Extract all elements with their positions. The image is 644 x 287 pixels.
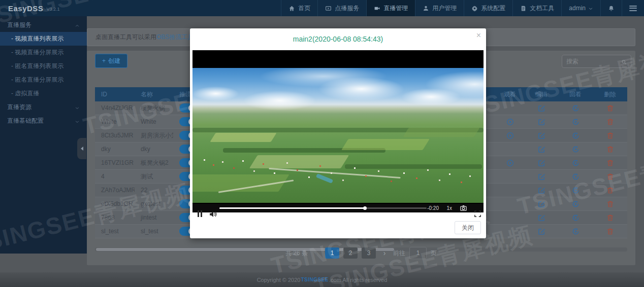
cell-delete xyxy=(593,225,627,238)
replay-icon[interactable] xyxy=(572,118,579,126)
sidebar-item[interactable]: - 虚拟直播 xyxy=(0,87,87,100)
replay-icon[interactable] xyxy=(572,104,579,112)
sidebar-section[interactable]: 直播服务 xyxy=(0,18,87,32)
cell-id: 4 xyxy=(95,170,135,183)
play-circle-icon[interactable] xyxy=(506,159,514,167)
search-icon[interactable] xyxy=(621,58,627,65)
trash-icon[interactable] xyxy=(606,118,614,126)
nav-item[interactable]: 文档工具 xyxy=(512,0,561,16)
trash-icon[interactable] xyxy=(606,159,614,167)
edit-icon[interactable] xyxy=(538,187,545,194)
page-footer: Copyright © 2020 TSINGSEE .com All right… xyxy=(0,272,644,287)
edit-icon[interactable] xyxy=(538,146,545,153)
nav-item-label: 直播管理 xyxy=(383,4,408,13)
cell-name: 测试 xyxy=(135,170,173,183)
fullscreen-icon[interactable] xyxy=(474,210,481,218)
trash-icon[interactable] xyxy=(606,146,614,153)
trash-icon[interactable] xyxy=(606,187,614,194)
replay-icon[interactable] xyxy=(572,159,579,167)
cell-id: dky xyxy=(95,142,135,156)
cell-edit xyxy=(525,129,558,142)
trash-icon[interactable] xyxy=(606,214,614,222)
edit-icon[interactable] xyxy=(538,200,545,208)
prev-page-button[interactable]: ‹ xyxy=(312,247,321,259)
gear-icon xyxy=(471,5,478,12)
volume-icon[interactable] xyxy=(209,210,217,219)
cell-edit xyxy=(525,184,558,197)
page-button[interactable]: 1 xyxy=(325,247,339,259)
seek-bar[interactable] xyxy=(219,207,427,209)
sidebar-collapse-handle[interactable] xyxy=(77,138,86,159)
replay-icon[interactable] xyxy=(572,214,579,222)
sidebar-section[interactable]: 直播资源 xyxy=(0,100,87,114)
notifications-button[interactable] xyxy=(600,0,622,16)
play-circle-icon[interactable] xyxy=(506,118,514,126)
page-buttons: 123 xyxy=(325,247,376,259)
sidebar: 直播服务- 视频直播列表展示- 视频直播分屏展示- 匿名直播列表展示- 匿名直播… xyxy=(0,16,87,254)
cell-replay xyxy=(558,115,593,128)
obs-tool-link[interactable]: OBS推流工具 xyxy=(156,33,194,42)
edit-icon[interactable] xyxy=(538,118,545,126)
vod-icon xyxy=(325,5,332,12)
nav-item[interactable]: 用户管理 xyxy=(415,0,464,16)
edit-icon[interactable] xyxy=(538,228,545,235)
sidebar-section-label: 直播基础配置 xyxy=(7,117,44,125)
cell-watch xyxy=(495,115,525,128)
edit-icon[interactable] xyxy=(538,104,545,112)
seek-handle[interactable] xyxy=(363,206,367,210)
replay-icon[interactable] xyxy=(572,228,579,235)
edit-icon[interactable] xyxy=(538,214,545,222)
trash-icon[interactable] xyxy=(606,173,614,181)
sidebar-item[interactable]: - 匿名直播列表展示 xyxy=(0,59,87,73)
replay-icon[interactable] xyxy=(572,173,579,181)
hamburger-menu-button[interactable] xyxy=(622,0,644,16)
next-page-button[interactable]: › xyxy=(380,247,389,259)
user-name: admin xyxy=(569,5,586,12)
cell-name: gxqtest xyxy=(135,197,173,210)
page-button[interactable]: 3 xyxy=(362,247,376,259)
replay-icon[interactable] xyxy=(572,146,579,153)
cell-watch xyxy=(495,129,525,142)
cell-watch xyxy=(495,156,525,169)
pause-icon[interactable] xyxy=(198,210,202,217)
sidebar-section[interactable]: 直播基础配置 xyxy=(0,114,87,128)
modal-header: main2(2020-06-08 08:54:43) × xyxy=(190,28,486,50)
goto-page-input[interactable] xyxy=(409,247,427,259)
trash-icon[interactable] xyxy=(606,228,614,235)
page-button[interactable]: 2 xyxy=(343,247,358,259)
trash-icon[interactable] xyxy=(606,132,614,139)
search-input[interactable] xyxy=(562,58,621,65)
edit-icon[interactable] xyxy=(538,132,545,139)
replay-icon[interactable] xyxy=(572,200,579,208)
column-header: 名称 xyxy=(135,87,173,101)
cell-id: 7868 xyxy=(95,211,135,224)
nav-item-label: 系统配置 xyxy=(481,4,505,13)
replay-icon[interactable] xyxy=(572,187,579,194)
close-button[interactable]: 关闭 xyxy=(455,221,481,234)
app-title: EasyDSS xyxy=(8,4,43,13)
play-circle-icon[interactable] xyxy=(506,132,514,139)
nav-item[interactable]: 直播管理 xyxy=(366,0,415,16)
create-button[interactable]: + 创建 xyxy=(95,54,127,68)
goto-label: 前往 xyxy=(393,249,405,258)
cell-delete xyxy=(593,129,627,142)
sidebar-item[interactable]: - 视频直播列表展示 xyxy=(0,32,87,46)
close-icon[interactable]: × xyxy=(476,31,481,40)
nav-item[interactable]: 点播服务 xyxy=(317,0,366,16)
nav-item[interactable]: 系统配置 xyxy=(464,0,512,16)
trash-icon[interactable] xyxy=(606,200,614,208)
column-header: 回看 xyxy=(558,87,593,101)
sidebar-item[interactable]: - 视频直播分屏展示 xyxy=(0,46,87,59)
sidebar-item[interactable]: - 匿名直播分屏展示 xyxy=(0,73,87,87)
trash-icon[interactable] xyxy=(606,104,614,112)
edit-icon[interactable] xyxy=(538,173,545,181)
column-header: ID xyxy=(95,87,135,101)
nav-item[interactable]: 首页 xyxy=(281,0,317,16)
user-menu[interactable]: admin xyxy=(561,0,600,16)
playback-rate[interactable]: 1x xyxy=(446,205,452,211)
video-player[interactable]: -0:20 1x xyxy=(192,50,484,212)
edit-icon[interactable] xyxy=(538,159,545,167)
cell-watch xyxy=(495,211,525,224)
replay-icon[interactable] xyxy=(572,132,579,139)
snapshot-icon[interactable] xyxy=(460,204,467,212)
